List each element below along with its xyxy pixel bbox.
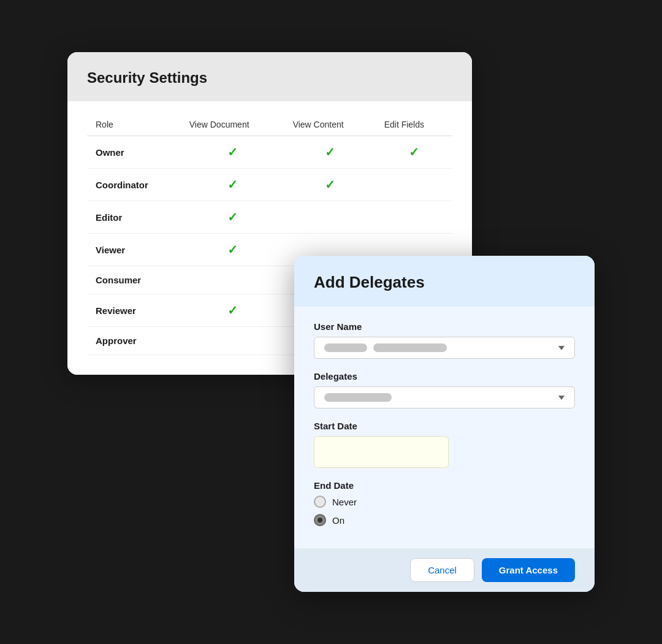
start-date-label: Start Date [314, 421, 575, 431]
delegates-label: Delegates [314, 371, 575, 381]
edit-fields-cell [376, 169, 452, 201]
role-cell: Viewer [87, 234, 181, 266]
end-date-radio-group: Never On [314, 496, 575, 526]
add-delegates-dialog: Add Delegates User Name Delegates [294, 256, 595, 592]
view-document-cell: ✓ [181, 201, 284, 234]
view-document-cell: ✓ [181, 234, 284, 266]
view-content-cell: ✓ [284, 136, 376, 169]
col-header-edit-fields: Edit Fields [376, 113, 452, 136]
check-icon: ✓ [409, 145, 419, 159]
delegates-group: Delegates [314, 371, 575, 408]
check-icon: ✓ [227, 210, 238, 224]
view-document-cell [181, 266, 284, 294]
view-document-cell [181, 327, 284, 355]
col-header-role: Role [87, 113, 181, 136]
security-card-header: Security Settings [67, 52, 472, 101]
table-row: Coordinator✓✓ [87, 169, 452, 201]
table-row: Owner✓✓✓ [87, 136, 452, 169]
user-name-select-content [324, 343, 447, 352]
user-name-select[interactable] [314, 337, 575, 359]
view-content-cell: ✓ [284, 169, 376, 201]
delegates-dialog-body: User Name Delegates [294, 307, 595, 548]
check-icon: ✓ [227, 145, 238, 159]
cancel-button[interactable]: Cancel [410, 558, 474, 582]
user-name-pill-1 [324, 343, 367, 352]
edit-fields-cell [376, 201, 452, 234]
view-content-cell [284, 201, 376, 234]
check-icon: ✓ [227, 304, 238, 317]
start-date-group: Start Date [314, 421, 575, 468]
check-icon: ✓ [325, 145, 335, 159]
delegates-select[interactable] [314, 386, 575, 408]
delegates-dialog-title: Add Delegates [314, 273, 575, 292]
start-date-input[interactable] [314, 436, 449, 468]
view-document-cell: ✓ [181, 136, 284, 169]
end-date-never-option[interactable]: Never [314, 496, 575, 508]
col-header-view-document: View Document [181, 113, 284, 136]
end-date-group: End Date Never On [314, 480, 575, 526]
role-cell: Reviewer [87, 294, 181, 327]
view-document-cell: ✓ [181, 294, 284, 327]
check-icon: ✓ [227, 243, 238, 256]
edit-fields-cell: ✓ [376, 136, 452, 169]
role-cell: Coordinator [87, 169, 181, 201]
user-name-chevron-down-icon [558, 346, 565, 350]
role-cell: Owner [87, 136, 181, 169]
delegates-dialog-footer: Cancel Grant Access [294, 548, 595, 592]
end-date-on-label: On [332, 515, 344, 526]
role-cell: Consumer [87, 266, 181, 294]
check-icon: ✓ [227, 178, 238, 191]
check-icon: ✓ [325, 178, 335, 191]
table-row: Editor✓ [87, 201, 452, 234]
user-name-group: User Name [314, 321, 575, 359]
grant-access-button[interactable]: Grant Access [482, 558, 575, 582]
end-date-never-radio[interactable] [314, 496, 326, 508]
end-date-on-radio[interactable] [314, 514, 326, 526]
delegates-select-content [324, 393, 392, 402]
end-date-never-label: Never [332, 497, 357, 507]
user-name-label: User Name [314, 321, 575, 332]
user-name-pill-2 [373, 343, 447, 352]
security-settings-title: Security Settings [87, 69, 452, 86]
col-header-view-content: View Content [284, 113, 376, 136]
delegates-dialog-header: Add Delegates [294, 256, 595, 307]
view-document-cell: ✓ [181, 169, 284, 201]
delegates-pill-1 [324, 393, 392, 402]
role-cell: Editor [87, 201, 181, 234]
delegates-chevron-down-icon [558, 396, 565, 400]
end-date-label: End Date [314, 480, 575, 491]
end-date-on-option[interactable]: On [314, 514, 575, 526]
role-cell: Approver [87, 327, 181, 355]
